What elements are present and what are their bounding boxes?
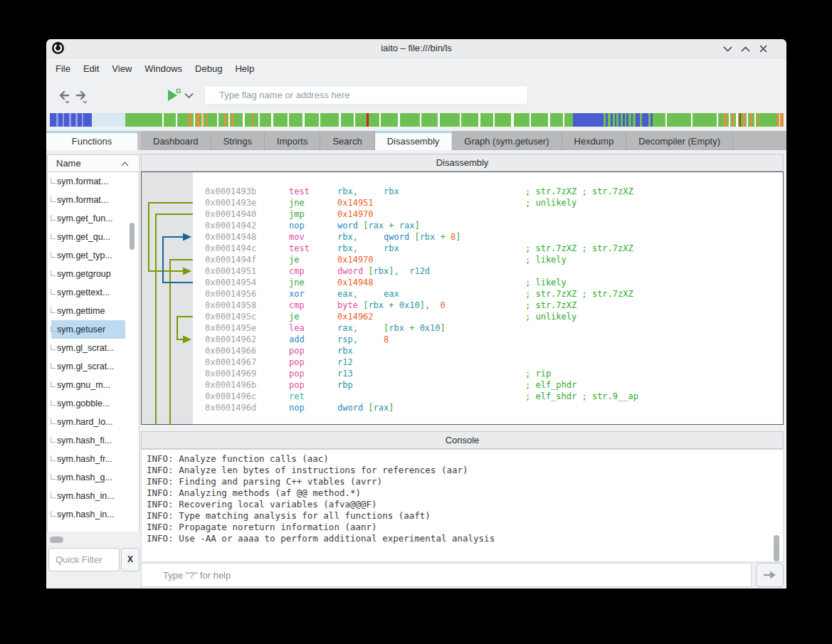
strip-segment xyxy=(563,113,564,127)
debug-dropdown-chevron-icon[interactable] xyxy=(184,93,194,99)
omnibar-input[interactable] xyxy=(204,85,528,105)
disasm-address: 0x00014942 xyxy=(205,220,256,231)
function-list-item[interactable]: sym.gl_scrat... xyxy=(48,357,139,376)
tab-search[interactable]: Search xyxy=(320,131,374,150)
tab-decompiler-empty[interactable]: Decompiler (Empty) xyxy=(626,131,733,150)
function-list-item[interactable]: sym.hash_in... xyxy=(48,487,139,505)
menu-item-windows[interactable]: Windows xyxy=(138,58,189,79)
disasm-line[interactable]: 0x0001493ejne0x14951; unlikely xyxy=(142,197,783,208)
disassembly-panel-header[interactable]: Disassembly xyxy=(141,154,784,171)
disasm-mnemonic: pop xyxy=(289,379,305,391)
function-list-item[interactable]: sym.gobble... xyxy=(48,394,139,413)
console-send-button[interactable] xyxy=(756,563,784,587)
strip-segment xyxy=(776,113,779,127)
menu-item-file[interactable]: File xyxy=(49,58,77,79)
tab-disassembly[interactable]: Disassembly xyxy=(375,131,453,150)
tab-hexdump[interactable]: Hexdump xyxy=(562,131,627,150)
back-button-icon[interactable] xyxy=(55,89,70,105)
title-bar[interactable]: iaito – file:///bin/ls xyxy=(46,39,786,58)
function-list-item[interactable]: sym.hash_fi... xyxy=(48,431,139,450)
function-list-item[interactable]: sym.get_typ... xyxy=(48,246,139,265)
disasm-mnemonic: ret xyxy=(289,391,305,402)
strip-segment xyxy=(258,113,260,127)
function-list-item[interactable]: sym.getgroup xyxy=(48,265,139,283)
disasm-mnemonic: cmp xyxy=(289,265,305,277)
console-scrollbar-thumb[interactable] xyxy=(774,535,779,561)
function-list-item[interactable]: sym.gnu_m... xyxy=(48,376,139,394)
disasm-line[interactable]: 0x00014954jne0x14948; likely xyxy=(142,277,783,288)
strip-segment xyxy=(757,113,759,127)
tab-graph-sym-getuser[interactable]: Graph (sym.getuser) xyxy=(452,131,562,150)
disasm-line[interactable]: 0x00014940jmp0x14970 xyxy=(142,208,783,220)
disasm-mnemonic: je xyxy=(289,254,299,265)
strip-segment xyxy=(717,113,718,127)
function-list-item[interactable]: sym.hash_fr... xyxy=(48,450,139,468)
disasm-line[interactable]: 0x00014969popr13; rip xyxy=(142,368,783,379)
console-panel-header[interactable]: Console xyxy=(141,431,784,449)
functions-hscrollbar-thumb[interactable] xyxy=(50,537,63,543)
disasm-line[interactable]: 0x0001496cret; elf_shdr ; str.9__ap xyxy=(142,391,783,402)
function-name: sym.get_qu... xyxy=(57,232,110,242)
disasm-comment: ; unlikely xyxy=(525,311,576,322)
console-line: INFO: Analyze function calls (aac) xyxy=(147,453,783,465)
console-command-input[interactable] xyxy=(141,563,752,587)
disasm-line[interactable]: 0x00014962addrsp, 8 xyxy=(142,334,783,345)
function-list-item[interactable]: sym.format... xyxy=(48,172,139,191)
function-list-item[interactable]: sym.hash_in... xyxy=(48,505,139,524)
functions-name-column-header[interactable]: Name xyxy=(47,154,139,172)
tree-tick-icon xyxy=(51,326,56,332)
function-list-item[interactable]: sym.gl_scrat... xyxy=(48,339,139,357)
disasm-line[interactable]: 0x00014948movrbx, qword [rbx + 8] xyxy=(142,231,783,243)
menu-item-help[interactable]: Help xyxy=(228,58,260,79)
function-list-item[interactable]: sym.get_qu... xyxy=(48,228,139,246)
function-list-item[interactable]: sym.format... xyxy=(48,191,139,209)
menu-item-edit[interactable]: Edit xyxy=(77,58,105,79)
disasm-line[interactable]: 0x0001496bpoprbp; elf_phdr xyxy=(142,379,783,391)
disasm-line[interactable]: 0x00014958cmpbyte [rbx + 0x10], 0; str.7… xyxy=(142,300,783,311)
disasm-line[interactable]: 0x00014966poprbx xyxy=(142,345,783,357)
function-list-item[interactable]: sym.hard_lo... xyxy=(48,413,139,431)
menu-item-view[interactable]: View xyxy=(105,58,138,79)
disasm-line[interactable]: 0x0001494ctestrbx, rbx; str.7zXZ ; str.7… xyxy=(142,243,783,254)
tab-dashboard[interactable]: Dashboard xyxy=(141,131,211,150)
disasm-line[interactable]: 0x0001493btestrbx, rbx; str.7zXZ ; str.7… xyxy=(142,186,783,197)
tab-strings[interactable]: Strings xyxy=(211,131,265,150)
disasm-line[interactable]: 0x0001496dnopdword [rax] xyxy=(142,402,783,413)
function-list-item[interactable]: sym.hash_g... xyxy=(48,468,139,487)
function-name: sym.hash_fr... xyxy=(57,454,112,464)
memory-map-strip[interactable] xyxy=(50,113,784,127)
function-list-item[interactable]: sym.getuser xyxy=(48,320,139,339)
maximize-icon[interactable] xyxy=(739,43,752,55)
function-list-item[interactable]: sym.gettime xyxy=(48,302,139,320)
forward-button-icon[interactable] xyxy=(75,89,90,105)
disasm-line[interactable]: 0x00014951cmpdword [rbx], r12d xyxy=(142,265,783,277)
strip-segment xyxy=(217,113,218,127)
tab-imports[interactable]: Imports xyxy=(265,131,320,150)
quick-filter-clear-button[interactable]: X xyxy=(121,548,139,571)
function-name: sym.hash_in... xyxy=(57,491,115,501)
strip-segment xyxy=(631,113,633,127)
strip-segment xyxy=(665,113,667,127)
tree-tick-icon xyxy=(51,455,56,461)
disasm-comment: ; rip xyxy=(525,368,551,379)
minimize-icon[interactable] xyxy=(722,43,734,55)
tree-tick-icon xyxy=(51,178,56,184)
disassembly-view[interactable]: 0x0001493btestrbx, rbx; str.7zXZ ; str.7… xyxy=(141,171,784,425)
disasm-line[interactable]: 0x00014942nopword [rax + rax] xyxy=(142,220,783,231)
close-icon[interactable] xyxy=(757,43,769,55)
quick-filter-input[interactable] xyxy=(48,548,120,571)
debug-start-icon[interactable] xyxy=(166,88,181,103)
disasm-line[interactable]: 0x0001494fje0x14970; likely xyxy=(142,254,783,265)
functions-scrollbar-thumb[interactable] xyxy=(130,223,135,250)
tab-functions[interactable]: Functions xyxy=(46,131,137,150)
disasm-line[interactable]: 0x00014956xoreax, eax; str.7zXZ ; str.7z… xyxy=(142,288,783,300)
disasm-line[interactable]: 0x0001495elearax, [rbx + 0x10] xyxy=(142,322,783,334)
function-list-item[interactable]: sym.gettext... xyxy=(48,283,139,302)
function-list-item[interactable]: sym.get_fun... xyxy=(48,209,139,228)
disasm-line[interactable]: 0x0001495cje0x14962; unlikely xyxy=(142,311,783,322)
menu-item-debug[interactable]: Debug xyxy=(189,58,228,79)
disasm-operands: eax, eax xyxy=(337,288,399,300)
strip-segment xyxy=(231,113,234,127)
strip-segment xyxy=(743,113,745,127)
disasm-line[interactable]: 0x00014967popr12 xyxy=(142,357,783,368)
